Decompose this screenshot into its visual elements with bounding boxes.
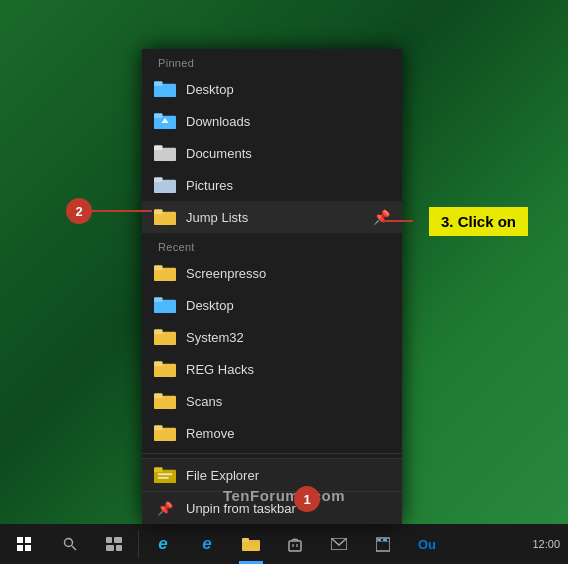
taskbar: e e Ou — [0, 524, 568, 564]
reg-hacks-icon — [154, 358, 176, 380]
svg-rect-26 — [158, 477, 169, 479]
file-explorer-taskbar-icon — [242, 537, 260, 551]
svg-rect-20 — [154, 394, 163, 399]
recent-desktop-icon — [154, 294, 176, 316]
documents-label: Documents — [186, 146, 390, 161]
pinned-pictures[interactable]: Pictures — [142, 169, 402, 201]
downloads-label: Downloads — [186, 114, 390, 129]
watermark: TenForums.com — [223, 487, 345, 504]
recent-remove[interactable]: Remove — [142, 417, 402, 449]
system32-icon — [154, 326, 176, 348]
svg-rect-10 — [154, 210, 163, 215]
remove-label: Remove — [186, 426, 390, 441]
ie-icon: e — [202, 534, 211, 554]
file-explorer-button[interactable] — [229, 524, 273, 564]
time-display: 12:00 — [532, 538, 560, 550]
start-button[interactable] — [0, 524, 48, 564]
windows-logo-icon — [17, 537, 31, 551]
step2-arrow — [92, 210, 152, 212]
svg-rect-31 — [106, 545, 114, 551]
recent-scans[interactable]: Scans — [142, 385, 402, 417]
file-explorer-label: File Explorer — [186, 468, 390, 483]
svg-rect-32 — [116, 545, 122, 551]
pictures-label: Pictures — [186, 178, 390, 193]
file-explorer-icon — [154, 464, 176, 486]
svg-rect-3 — [154, 114, 163, 119]
svg-rect-36 — [292, 544, 294, 547]
recent-screenpresso[interactable]: Screenpresso — [142, 257, 402, 289]
svg-rect-40 — [383, 539, 387, 541]
step1-badge: 1 — [294, 486, 320, 512]
svg-rect-16 — [154, 330, 163, 335]
pinned-desktop[interactable]: Desktop — [142, 73, 402, 105]
pictures-folder-icon — [154, 174, 176, 196]
ie-button[interactable]: e — [185, 524, 229, 564]
svg-rect-8 — [154, 178, 163, 183]
edge-button[interactable]: e — [141, 524, 185, 564]
jump-lists-label: Jump Lists — [186, 210, 373, 225]
taskbar-clock: 12:00 — [532, 538, 568, 550]
unpin-icon: 📌 — [154, 497, 176, 519]
step3-arrow — [383, 220, 413, 222]
svg-point-27 — [65, 539, 73, 547]
recent-reg-hacks[interactable]: REG Hacks — [142, 353, 402, 385]
svg-rect-24 — [154, 468, 163, 473]
mail-button[interactable] — [317, 524, 361, 564]
svg-rect-29 — [106, 537, 112, 543]
remove-icon — [154, 422, 176, 444]
system32-label: System32 — [186, 330, 390, 345]
svg-rect-39 — [377, 539, 381, 541]
svg-rect-34 — [242, 538, 249, 542]
svg-rect-14 — [154, 298, 163, 303]
svg-rect-18 — [154, 362, 163, 367]
store-button[interactable] — [273, 524, 317, 564]
svg-rect-35 — [289, 541, 301, 551]
svg-rect-12 — [154, 266, 163, 271]
screenpresso-label: Screenpresso — [186, 266, 390, 281]
mail-icon — [331, 538, 347, 550]
recent-desktop-label: Desktop — [186, 298, 390, 313]
search-button[interactable] — [48, 524, 92, 564]
outlook-icon: Ou — [418, 537, 436, 552]
svg-rect-30 — [114, 537, 122, 543]
svg-rect-22 — [154, 426, 163, 431]
recent-system32[interactable]: System32 — [142, 321, 402, 353]
svg-rect-25 — [158, 474, 173, 476]
svg-line-28 — [72, 546, 76, 550]
jump-lists-folder-icon — [154, 206, 176, 228]
pinned-section-header: Pinned — [142, 49, 402, 73]
recent-section-header: Recent — [142, 233, 402, 257]
edge-icon: e — [158, 534, 167, 554]
download-folder-icon — [154, 110, 176, 132]
taskbar-separator — [138, 530, 139, 558]
search-icon — [63, 537, 77, 551]
desktop-label: Desktop — [186, 82, 390, 97]
step2-badge: 2 — [66, 198, 92, 224]
menu-divider — [142, 453, 402, 454]
task-view-button[interactable] — [92, 524, 136, 564]
documents-folder-icon — [154, 142, 176, 164]
svg-rect-1 — [154, 82, 163, 87]
jump-list-panel: Pinned Desktop Downloads Documents — [142, 49, 402, 524]
folder-blue-icon — [154, 78, 176, 100]
scans-icon — [154, 390, 176, 412]
outlook-button[interactable]: Ou — [405, 524, 449, 564]
screenpresso-icon — [154, 262, 176, 284]
cortana-icon — [376, 536, 390, 552]
step3-callout: 3. Click on — [429, 207, 528, 236]
cortana-button[interactable] — [361, 524, 405, 564]
pinned-documents[interactable]: Documents — [142, 137, 402, 169]
pinned-downloads[interactable]: Downloads — [142, 105, 402, 137]
task-view-icon — [106, 537, 122, 551]
pin-icon: 📌 — [373, 209, 390, 225]
store-icon — [288, 536, 302, 552]
svg-rect-6 — [154, 146, 163, 151]
reg-hacks-label: REG Hacks — [186, 362, 390, 377]
recent-desktop[interactable]: Desktop — [142, 289, 402, 321]
svg-rect-42 — [376, 541, 390, 542]
scans-label: Scans — [186, 394, 390, 409]
svg-rect-37 — [296, 544, 298, 547]
pinned-jump-lists[interactable]: Jump Lists 📌 — [142, 201, 402, 233]
